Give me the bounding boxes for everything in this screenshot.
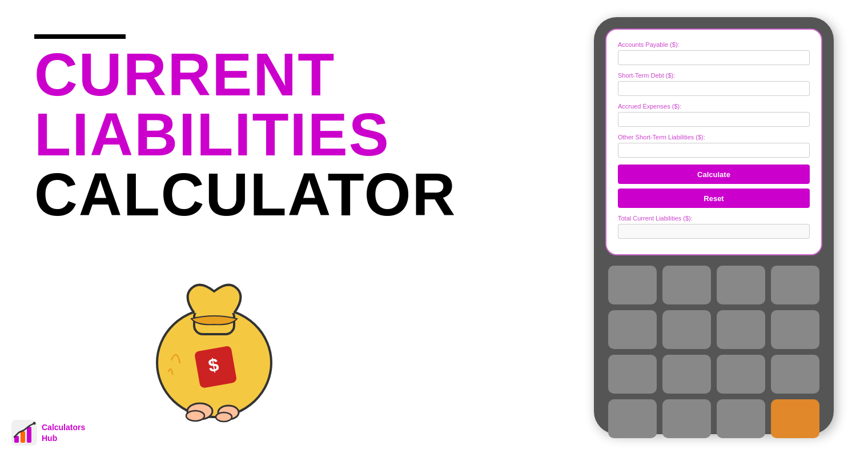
key-13[interactable] — [608, 399, 657, 438]
logo-text: Calculators Hub — [42, 422, 85, 443]
calculator-screen: Accounts Payable ($): Short-Term Debt ($… — [605, 29, 822, 255]
key-11[interactable] — [717, 355, 765, 394]
key-16-orange[interactable] — [771, 399, 819, 438]
logo-name-line2: Hub — [42, 434, 57, 443]
other-liabilities-input[interactable] — [618, 143, 810, 158]
key-1[interactable] — [608, 266, 657, 304]
decorative-bar — [34, 34, 126, 39]
logo-area: Calculators Hub — [11, 420, 85, 446]
reset-button[interactable]: Reset — [618, 189, 810, 208]
total-field: Total Current Liabilities ($): — [618, 215, 810, 239]
total-input[interactable] — [618, 224, 810, 239]
calculator-device: Accounts Payable ($): Short-Term Debt ($… — [594, 17, 834, 434]
short-term-debt-field: Short-Term Debt ($): — [618, 72, 810, 96]
accounts-payable-field: Accounts Payable ($): — [618, 41, 810, 65]
key-9[interactable] — [608, 355, 657, 394]
key-6[interactable] — [662, 310, 711, 349]
key-8[interactable] — [771, 310, 819, 349]
calculate-button[interactable]: Calculate — [618, 165, 810, 184]
accounts-payable-label: Accounts Payable ($): — [618, 41, 810, 48]
left-section: CURRENT LIABILITIES CALCULATOR — [34, 34, 434, 225]
logo-icon — [11, 420, 37, 446]
svg-point-12 — [33, 422, 36, 425]
short-term-debt-input[interactable] — [618, 81, 810, 96]
key-10[interactable] — [662, 355, 711, 394]
accrued-expenses-field: Accrued Expenses ($): — [618, 103, 810, 127]
key-2[interactable] — [662, 266, 711, 304]
title-line2: LIABILITIES — [34, 105, 434, 165]
key-12[interactable] — [771, 355, 819, 394]
accrued-expenses-input[interactable] — [618, 112, 810, 127]
total-label: Total Current Liabilities ($): — [618, 215, 810, 222]
accounts-payable-input[interactable] — [618, 50, 810, 65]
title-line1: CURRENT — [34, 45, 434, 105]
key-14[interactable] — [662, 399, 711, 438]
keypad — [605, 266, 822, 438]
key-7[interactable] — [717, 310, 765, 349]
key-4[interactable] — [771, 266, 819, 304]
svg-rect-10 — [21, 431, 25, 443]
title-line3: CALCULATOR — [34, 165, 434, 225]
svg-point-6 — [186, 411, 204, 421]
other-liabilities-label: Other Short-Term Liabilities ($): — [618, 134, 810, 141]
svg-rect-11 — [27, 427, 31, 443]
svg-point-7 — [216, 412, 232, 422]
short-term-debt-label: Short-Term Debt ($): — [618, 72, 810, 79]
other-liabilities-field: Other Short-Term Liabilities ($): — [618, 134, 810, 158]
key-3[interactable] — [717, 266, 765, 304]
money-bag-illustration: $ — [126, 251, 308, 434]
logo-name-line1: Calculators — [42, 423, 85, 432]
key-5[interactable] — [608, 310, 657, 349]
accrued-expenses-label: Accrued Expenses ($): — [618, 103, 810, 110]
key-15[interactable] — [717, 399, 765, 438]
